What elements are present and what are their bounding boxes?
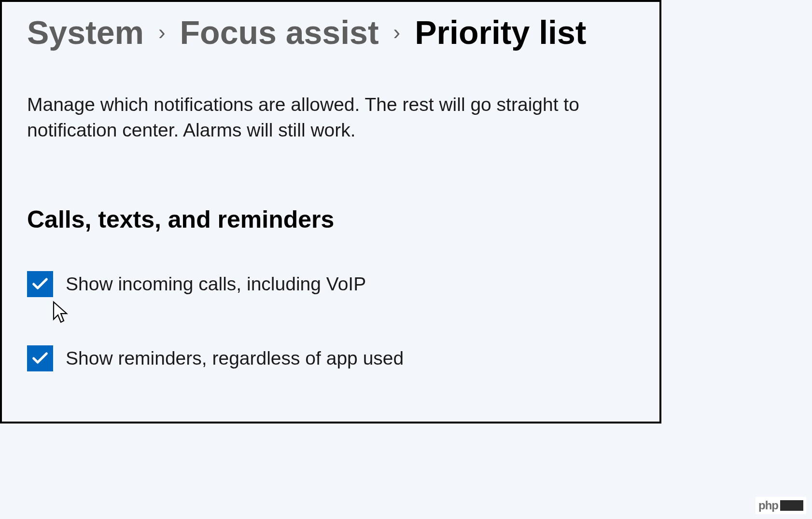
- checkbox-label-reminders: Show reminders, regardless of app used: [66, 348, 404, 369]
- chevron-right-icon: ›: [393, 20, 401, 44]
- section-heading-calls: Calls, texts, and reminders: [27, 205, 634, 233]
- page-description: Manage which notifications are allowed. …: [27, 92, 597, 143]
- breadcrumb-system[interactable]: System: [27, 14, 144, 51]
- checkbox-incoming-calls[interactable]: [27, 271, 53, 297]
- checkbox-row-incoming-calls: Show incoming calls, including VoIP: [27, 271, 634, 297]
- checkmark-icon: [30, 349, 50, 368]
- breadcrumb-priority-list: Priority list: [415, 14, 586, 51]
- checkbox-label-incoming-calls: Show incoming calls, including VoIP: [66, 273, 366, 295]
- checkbox-row-reminders: Show reminders, regardless of app used: [27, 345, 634, 371]
- watermark-bar: [780, 500, 803, 511]
- checkbox-reminders[interactable]: [27, 345, 53, 371]
- breadcrumb-focus-assist[interactable]: Focus assist: [180, 14, 379, 51]
- watermark: php: [756, 497, 806, 514]
- breadcrumb: System › Focus assist › Priority list: [27, 14, 634, 51]
- chevron-right-icon: ›: [158, 20, 166, 44]
- watermark-text: php: [758, 499, 778, 512]
- checkmark-icon: [30, 274, 50, 294]
